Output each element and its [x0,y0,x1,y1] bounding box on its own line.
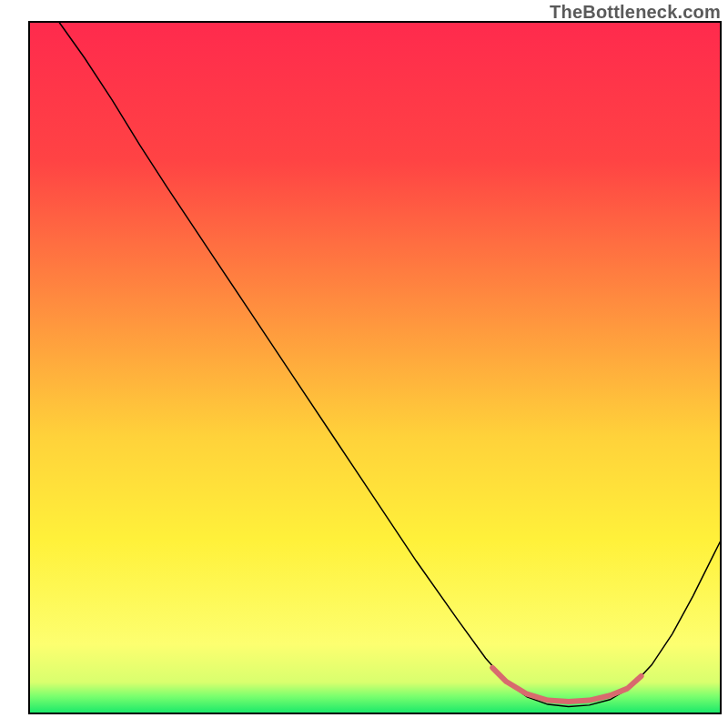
plot-gradient [29,22,721,713]
bottleneck-chart [0,0,728,728]
chart-container: TheBottleneck.com [0,0,728,728]
watermark-text: TheBottleneck.com [550,2,721,23]
